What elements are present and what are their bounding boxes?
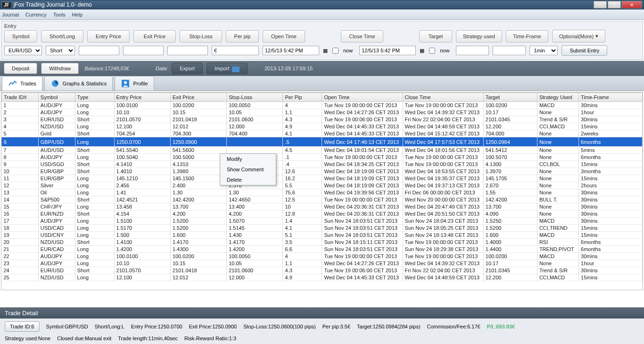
ctx-show-comment[interactable]: Show Comment	[220, 164, 276, 175]
ctx-delete[interactable]: Delete	[220, 175, 276, 185]
hdr-opentime[interactable]: Open Time	[263, 30, 305, 42]
table-row[interactable]: 2AUD/JPYLong10.1010.1510.051.1Wed Dec 04…	[2, 109, 643, 116]
table-row[interactable]: 15CHF/JPYLong13.45813.70013.40010Wed Dec…	[2, 203, 643, 210]
export-button[interactable]: Export	[172, 63, 203, 74]
table-cell: 6.6	[283, 246, 322, 253]
table-row[interactable]: 24EUR/USDShort2101.05702101.04182101.060…	[2, 267, 643, 274]
deposit-button[interactable]: Deposit	[4, 63, 37, 74]
col-open-time[interactable]: Open Time	[322, 93, 403, 102]
table-row[interactable]: 9USD/SGDShort4.14104.1310.4Wed Dec 04 18…	[2, 161, 643, 168]
shortlong-select[interactable]: Short	[46, 46, 75, 55]
table-row[interactable]: 13OilLong1.411.301.3075.6Wed Dec 04 19:3…	[2, 189, 643, 196]
table-row[interactable]: 4NZD/USDLong12.10012.01212.0004.9Wed Dec…	[2, 123, 643, 130]
table-row[interactable]: 17AUD/JPYLong1.51001.52001.50701.4Sun No…	[2, 218, 643, 225]
closetime-now-checkbox[interactable]	[429, 48, 435, 54]
hdr-strategy[interactable]: Strategy used	[456, 30, 502, 42]
table-row[interactable]: 12SilverLong2.4562.4002.3705.5Wed Dec 04…	[2, 182, 643, 189]
table-row[interactable]: 11EUR/GBPLong145.1210145.1500145.100016.…	[2, 175, 643, 182]
opentime-picker-icon[interactable]: ▦	[323, 48, 328, 54]
opentime-now-checkbox[interactable]	[332, 48, 339, 54]
trade-id-badge[interactable]: Trade ID:6	[5, 321, 40, 332]
table-row[interactable]: 10EUR/GBPShort1.40101.398012.6Wed Dec 04…	[2, 168, 643, 175]
table-row[interactable]: 23AUD/JPYLong10.1010.1510.051.1Wed Dec 0…	[2, 260, 643, 267]
table-row[interactable]: 22AUD/JPYLong100.0100100.0200100.00504Tu…	[2, 253, 643, 260]
close-button[interactable]: ✕	[622, 1, 642, 8]
closetime-input[interactable]	[359, 46, 416, 55]
col-exit-price[interactable]: Exit Price	[170, 93, 226, 102]
exitprice-input[interactable]	[123, 46, 164, 55]
table-row[interactable]: 19USD/CNYLong1.5001.6001.4305.1Sun Nov 2…	[2, 232, 643, 239]
table-cell: 2.400	[170, 182, 226, 189]
menu-journal[interactable]: Journal	[2, 12, 19, 17]
col-close-time[interactable]: Close Time	[403, 93, 483, 102]
hdr-symbol[interactable]: Symbol	[4, 30, 37, 42]
table-row[interactable]: 20NZD/USDShort1.41001.41701.41703.5Sun N…	[2, 239, 643, 246]
hdr-timeframe[interactable]: Time-Frame	[506, 30, 548, 42]
table-cell: 8	[2, 154, 39, 161]
hdr-target[interactable]: Target	[419, 30, 452, 42]
table-row[interactable]: 25NZD/USDLong12.10012.01212.0004.9Wed De…	[2, 274, 643, 281]
timeframe-select[interactable]: 1min	[529, 46, 558, 55]
menu-currency[interactable]: Currency	[25, 12, 47, 17]
table-row[interactable]: 7AUD/USDShort541.5540541.56004.5Wed Dec …	[2, 147, 643, 154]
col-symbol[interactable]: Symbol	[38, 93, 75, 102]
col-stop-loss[interactable]: Stop-Loss	[227, 93, 283, 102]
col-strategy-used[interactable]: Strategy Used	[537, 93, 578, 102]
hdr-shortlong[interactable]: Short/Long	[41, 30, 83, 42]
import-button[interactable]: Import	[206, 63, 248, 74]
hdr-stoploss[interactable]: Stop-Loss	[180, 30, 222, 42]
table-cell: 30mins	[579, 218, 643, 225]
col-type[interactable]: Type	[75, 93, 114, 102]
col-entry-price[interactable]: Entry Price	[114, 93, 170, 102]
menu-tools[interactable]: Tools	[53, 12, 66, 17]
closetime-picker-icon[interactable]: ▦	[420, 48, 424, 54]
menu-help[interactable]: Help	[72, 12, 83, 17]
table-cell: None	[537, 130, 578, 137]
table-cell: 1.4	[283, 218, 322, 225]
table-row[interactable]: 14S&P500Short142.4521142.4200142.465012.…	[2, 196, 643, 203]
tab-graphs[interactable]: Graphs & Statistics	[44, 76, 113, 91]
table-row[interactable]: 21EUR/CADLong1.42001.43001.42006.6Sun No…	[2, 246, 643, 253]
table-cell: 100.0200	[170, 253, 226, 260]
optional-more-button[interactable]: Optional(More) ▾	[552, 30, 605, 42]
table-row[interactable]: 6GBP/USDLong1250.07001250.0900.5Wed Dec …	[2, 137, 643, 147]
table-row[interactable]: 8AUD/JPYLong100.5040100.5000.1Tue Nov 19…	[2, 154, 643, 161]
withdraw-button[interactable]: Withdraw	[41, 63, 79, 74]
table-row[interactable]: 1AUD/JPYLong100.0100100.0200100.00504Tue…	[2, 102, 643, 109]
table-cell: 3.5	[283, 239, 322, 246]
col-time-frame[interactable]: Time-Frame	[579, 93, 643, 102]
minimize-button[interactable]: —	[594, 1, 607, 8]
table-cell: 12.000	[227, 274, 283, 281]
table-row[interactable]: 18USD/CADLong1.51701.52001.51454.1Sun No…	[2, 225, 643, 232]
hdr-closetime[interactable]: Close Time	[341, 30, 383, 42]
col-per-pip[interactable]: Per Pip	[283, 93, 322, 102]
table-cell: 12.100	[114, 123, 170, 130]
opentime-input[interactable]	[263, 46, 319, 55]
target-input[interactable]	[456, 46, 489, 55]
hdr-perpip[interactable]: Per pip	[226, 30, 259, 42]
stoploss-input[interactable]	[167, 46, 208, 55]
ctx-modify[interactable]: Modify	[220, 154, 276, 164]
table-cell: Tue Nov 19 00:00:00 CET 2013	[403, 102, 483, 109]
table-row[interactable]: 16EUR/NZDShort4.1544.2004.20012.8Wed Dec…	[2, 210, 643, 218]
tab-trades[interactable]: Trades	[2, 76, 42, 91]
submit-entry-button[interactable]: Submit Entry	[561, 45, 607, 56]
strategy-input[interactable]	[493, 46, 526, 55]
trade-detail-panel: Trade Detail Trade ID:6 Symbol:GBP/USD S…	[0, 307, 644, 344]
table-row[interactable]: 3EUR/USDShort2101.05702101.04182101.0600…	[2, 116, 643, 123]
detail-target: Target:1250.0984(284 pips)	[357, 324, 421, 329]
symbol-select[interactable]: EUR/USD	[4, 46, 42, 55]
col-target[interactable]: Target	[483, 93, 537, 102]
hdr-exitprice[interactable]: Exit Price	[133, 30, 176, 42]
table-cell: Wed Dec 04 14:45:33 CET 2013	[322, 130, 403, 137]
hdr-entryprice[interactable]: Entry Price	[87, 30, 130, 42]
maximize-button[interactable]: □	[608, 1, 621, 8]
table-cell: 17	[2, 218, 39, 225]
tab-profile[interactable]: Profile	[115, 76, 154, 91]
col-trade-id-[interactable]: Trade ID#	[2, 93, 39, 102]
perpip-input[interactable]	[212, 46, 259, 55]
table-row[interactable]: 5GoldShort704.254704.300704.4004.1Wed De…	[2, 130, 643, 137]
trades-table-wrapper[interactable]: Trade ID#SymbolTypeEntry PriceExit Price…	[1, 92, 643, 290]
entryprice-input[interactable]	[79, 46, 119, 55]
table-cell: Tue Nov 19 00:00:00 CET 2013	[322, 196, 403, 203]
